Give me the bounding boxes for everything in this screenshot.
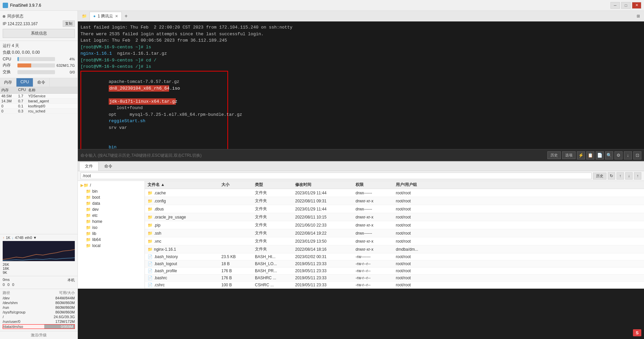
fm-download-icon[interactable]: ↓	[625, 172, 633, 180]
tab-label: 1 腾讯云	[98, 13, 113, 19]
paste-icon-btn[interactable]: 📄	[596, 151, 604, 159]
fm-file-perm: drwxr-xr-x	[353, 246, 393, 253]
fm-list-row[interactable]: 📁.dbus 文件夹 2023/01/29 11:44 drwx------ r…	[145, 205, 644, 213]
mem-progress-fill	[17, 63, 31, 67]
fm-file-size: 100 B	[219, 282, 252, 288]
col-header-owner[interactable]: 用户/用户组	[393, 181, 433, 189]
file-manager: 文件 命令 历史 ↻ ↑ ↓ ↑ ▶📁 /	[78, 161, 644, 289]
tree-item-lib[interactable]: 📁 lib	[85, 231, 143, 237]
fm-list-row[interactable]: 📁.cache 文件夹 2023/01/29 11:44 drwx------ …	[145, 189, 644, 197]
tab-cmd[interactable]: 命令	[33, 78, 50, 87]
fm-list-row[interactable]: 📁.config 文件夹 2022/08/11 09:31 drwxr-xr-x…	[145, 197, 644, 205]
fm-file-perm: drwxr-xr-x	[353, 222, 393, 229]
fm-list-row[interactable]: 📁.ssh 文件夹 2022/08/14 19:22 drwx------ ro…	[145, 229, 644, 237]
fm-file-type: BASHRC ...	[252, 275, 292, 281]
col-header-name[interactable]: 文件名 ▲	[145, 181, 219, 189]
copy-ip-button[interactable]: 复制	[63, 20, 75, 27]
cmd-input[interactable]	[80, 153, 546, 158]
fm-list-row[interactable]: 📄.bash_history 23.5 KB BASH_HI... 2023/0…	[145, 253, 644, 260]
fm-list-row[interactable]: 📁.vnc 文件夹 2023/01/29 13:50 drwxr-xr-x ro…	[145, 237, 644, 245]
mem-label: 内存	[3, 62, 16, 68]
net-scale-26k: 26K	[3, 262, 75, 267]
terminal[interactable]: Last failed login: Thu Feb 2 22:00:20 CS…	[78, 21, 644, 149]
term-line: There were 2535 failed login attempts si…	[80, 31, 641, 38]
sysinfo-button[interactable]: 系统信息	[3, 29, 75, 38]
fm-file-size: 23.5 KB	[219, 253, 252, 260]
fm-file-modified: 2021/06/10 22:33	[292, 222, 353, 229]
tree-root[interactable]: ▶📁 /	[79, 182, 143, 188]
tree-label: dev	[92, 207, 99, 212]
fm-list-row[interactable]: 📄.bash_logout 18 B BASH_LO... 2019/05/11…	[145, 260, 644, 268]
fm-file-name: 📁.cache	[145, 190, 219, 196]
close-button[interactable]: ✕	[632, 2, 641, 9]
tree-item-lib64[interactable]: 📁 lib64	[85, 237, 143, 243]
disk-section: 路径 可用/大小 /dev 844M/844M /dev/shm 860M/86…	[0, 289, 77, 331]
fm-list-row[interactable]: 📄.bashrc 176 B BASHRC ... 2019/05/11 23:…	[145, 275, 644, 282]
lightning-icon-btn[interactable]: ⚡	[577, 151, 585, 159]
fm-history-button[interactable]: 历史	[593, 173, 606, 180]
swap-label: 交换	[3, 69, 16, 75]
fm-list-row[interactable]: 📁.oracle_jre_usage 文件夹 2022/08/11 10:15 …	[145, 213, 644, 221]
upload-icon: ↑	[3, 236, 5, 240]
fm-upload-icon[interactable]: ↑	[634, 172, 641, 180]
fm-file-owner: root/root	[393, 253, 433, 260]
fm-file-name: 📄.cshrc	[145, 282, 219, 288]
tree-item-local[interactable]: 📁 local	[85, 243, 143, 249]
tab-cpu[interactable]: CPU	[16, 78, 33, 87]
swap-value: 0/0	[56, 70, 75, 74]
tree-item-data[interactable]: 📁 data	[85, 200, 143, 206]
fm-tree: ▶📁 / 📁 bin 📁 boot 📁	[78, 181, 145, 289]
tree-item-etc[interactable]: 📁 etc	[85, 212, 143, 219]
fm-list-row[interactable]: 📁.pip 文件夹 2021/06/10 22:33 drwxr-xr-x ro…	[145, 221, 644, 229]
tree-item-iso[interactable]: 📁 iso	[85, 225, 143, 231]
fm-tab-files[interactable]: 文件	[79, 162, 99, 171]
cpu-progress-fill	[17, 57, 19, 61]
fm-refresh-icon[interactable]: ↻	[608, 172, 615, 180]
cpu-value: 4%	[56, 57, 75, 61]
folder-icon: 📁	[86, 207, 91, 212]
fm-file-owner: root/root	[393, 222, 433, 229]
tab-close-button[interactable]: ✕	[115, 14, 118, 18]
grid-view-button[interactable]: ⊞	[634, 12, 643, 20]
fm-tab-cmd[interactable]: 命令	[99, 162, 118, 171]
brand-logo: S	[633, 329, 641, 336]
folder-icon-button[interactable]: 📁	[79, 12, 90, 20]
search-icon-btn[interactable]: 🔍	[605, 151, 613, 159]
add-tab-button[interactable]: +	[122, 12, 130, 20]
disk-row: /run/user/0 172M/172M	[3, 320, 75, 324]
process-col-mem: 内存	[1, 88, 18, 93]
tab-dot: ●	[93, 14, 96, 18]
process-row: 0 0.3 rcu_sched	[0, 109, 77, 114]
fm-list-row[interactable]: 📁nginx-1.16.1 文件夹 2022/08/14 18:16 drwxr…	[145, 245, 644, 253]
fm-file-perm: drwxr-xr-x	[353, 238, 393, 245]
fullscreen-icon-btn[interactable]: ⊡	[633, 151, 641, 159]
fm-path-input[interactable]	[80, 173, 592, 179]
fm-list-row[interactable]: 📄.bash_profile 176 B BASH_PR... 2019/05/…	[145, 268, 644, 275]
tree-item-boot[interactable]: 📁 boot	[85, 194, 143, 200]
maximize-button[interactable]: □	[621, 2, 631, 9]
disk-col-avail: 可用/大小	[59, 290, 75, 295]
col-header-type[interactable]: 类型	[252, 181, 292, 189]
fm-file-size	[219, 192, 252, 194]
right-panel: 📁 ● 1 腾讯云 ✕ + ⊞ Last failed login: Thu F…	[78, 11, 644, 339]
tree-item-home[interactable]: 📁 home	[85, 219, 143, 225]
gear-icon-btn[interactable]: ⚙	[614, 151, 623, 159]
col-header-size[interactable]: 大小	[219, 181, 252, 189]
tab-mem[interactable]: 内存	[0, 78, 16, 87]
fm-up-icon[interactable]: ↑	[616, 172, 624, 180]
sync-row: 同步状态	[3, 13, 75, 19]
fm-file-modified: 2023/01/29 11:44	[292, 190, 353, 196]
tree-item-dev[interactable]: 📁 dev	[85, 206, 143, 212]
options-button[interactable]: 选项	[562, 151, 576, 159]
download-icon-btn[interactable]: ↓	[624, 151, 632, 159]
col-header-perm[interactable]: 权限	[353, 181, 393, 189]
tree-item-bin[interactable]: 📁 bin	[85, 188, 143, 194]
activate-bar[interactable]: 激活/升级	[0, 331, 77, 339]
copy-icon-btn[interactable]: 📋	[586, 151, 594, 159]
col-header-modified[interactable]: 修改时间	[292, 181, 353, 189]
fm-file-type: BASH_HI...	[252, 253, 292, 260]
history-button[interactable]: 历史	[547, 151, 561, 159]
main-tab[interactable]: ● 1 腾讯云 ✕	[90, 12, 122, 20]
fm-list-row[interactable]: 📄.cshrc 100 B CSHRC ... 2019/05/11 23:33…	[145, 282, 644, 289]
minimize-button[interactable]: ─	[610, 2, 620, 9]
